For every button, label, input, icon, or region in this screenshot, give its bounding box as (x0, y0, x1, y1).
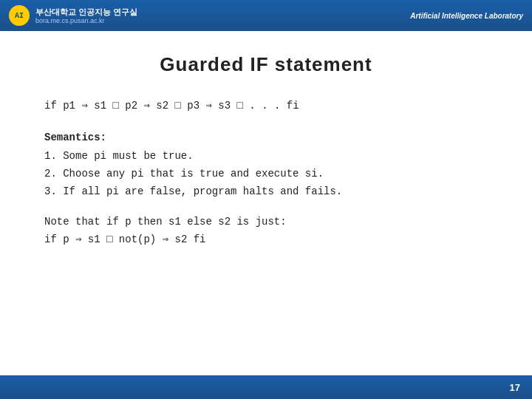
semantics-section: Semantics: 1. Some pi must be true. 2. C… (44, 132, 488, 200)
semantics-label: Semantics: (44, 132, 488, 143)
main-content: Guarded IF statement if p1 ⇒ s1 □ p2 ⇒ s… (0, 31, 532, 375)
code-text: if p1 ⇒ s1 □ p2 ⇒ s2 □ p3 ⇒ s3 □ . . . f… (44, 100, 299, 112)
note-section: Note that if p then s1 else s2 is just: … (44, 214, 488, 249)
semantics-item-1: 1. Some pi must be true. (44, 148, 488, 166)
note-line-2: if p ⇒ s1 □ not(p) ⇒ s2 fi (44, 231, 488, 249)
footer-bar: 17 (0, 375, 532, 399)
university-name: 부산대학교 인공지능 연구실 (35, 7, 137, 17)
header-left: AI 부산대학교 인공지능 연구실 bora.me.cs.pusan.ac.kr (9, 5, 137, 26)
note-line-1: Note that if p then s1 else s2 is just: (44, 214, 488, 231)
header-bar: AI 부산대학교 인공지능 연구실 bora.me.cs.pusan.ac.kr… (0, 0, 532, 31)
header-info: 부산대학교 인공지능 연구실 bora.me.cs.pusan.ac.kr (35, 7, 137, 24)
lab-name: Artificial Intelligence Laboratory (410, 12, 523, 20)
semantics-item-2: 2. Choose any pi that is true and execut… (44, 166, 488, 183)
page-number: 17 (510, 382, 520, 393)
code-line: if p1 ⇒ s1 □ p2 ⇒ s2 □ p3 ⇒ s3 □ . . . f… (44, 98, 488, 114)
slide-title: Guarded IF statement (44, 53, 488, 76)
semantics-item-3: 3. If all pi are false, program halts an… (44, 183, 488, 201)
logo-icon: AI (9, 5, 30, 26)
header-url: bora.me.cs.pusan.ac.kr (35, 17, 137, 24)
logo-text: AI (15, 12, 24, 20)
